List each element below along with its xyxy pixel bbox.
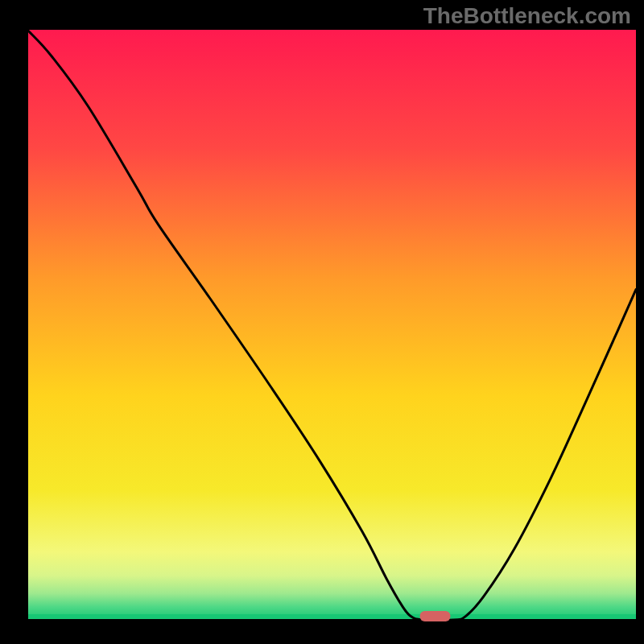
chart-container: TheBottleneck.com: [0, 0, 644, 644]
plot-background: [27, 30, 636, 620]
baseline-band: [27, 614, 636, 620]
optimal-marker: [420, 611, 451, 621]
bottleneck-chart: [0, 0, 644, 644]
watermark-text: TheBottleneck.com: [423, 3, 631, 29]
